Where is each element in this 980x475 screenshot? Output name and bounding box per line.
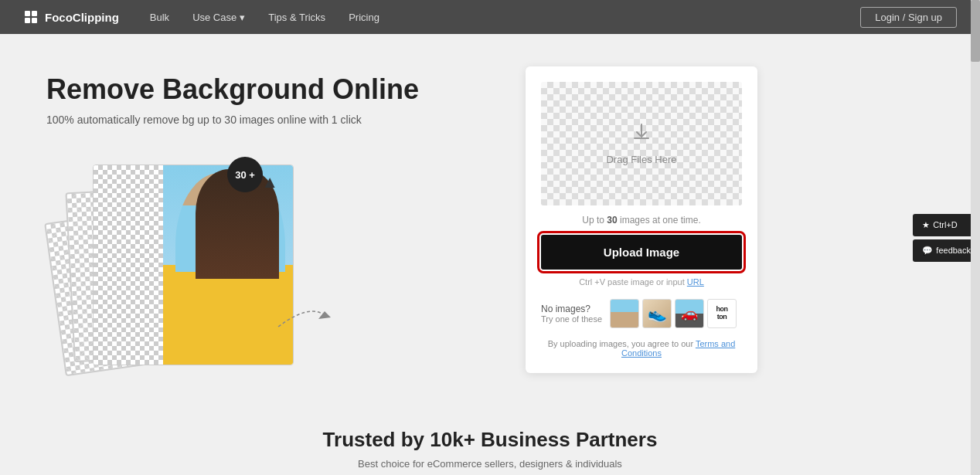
sample-thumbs: 👟 🚗 honton (610, 299, 737, 328)
sample-thumb-car[interactable]: 🚗 (675, 299, 704, 328)
nav-pricing[interactable]: Pricing (349, 12, 379, 23)
svg-rect-3 (32, 18, 37, 23)
upload-image-button[interactable]: Upload Image (541, 235, 742, 270)
nav-tips[interactable]: Tips & Tricks (268, 12, 325, 23)
right-panel: Drag Files Here Up to 30 images at one t… (526, 66, 757, 373)
brand-logo[interactable]: FocoClipping (23, 9, 119, 25)
sample-thumb-person[interactable] (610, 299, 639, 328)
scrollbar-thumb[interactable] (971, 0, 980, 62)
sample-thumb-shoe[interactable]: 👟 (642, 299, 672, 328)
drop-text: Drag Files Here (606, 154, 676, 165)
svg-rect-0 (25, 11, 30, 16)
shortcut-button[interactable]: ★ Ctrl+D (913, 214, 980, 236)
url-link[interactable]: URL (687, 277, 704, 287)
brand-icon (23, 9, 39, 25)
upload-box: Drag Files Here Up to 30 images at one t… (526, 66, 757, 373)
bottom-section: Trusted by 10k+ Business Partners Best c… (0, 405, 980, 475)
nav-use-case[interactable]: Use Case ▾ (192, 12, 245, 23)
trusted-subtitle: Best choice for eCommerce sellers, desig… (46, 458, 934, 470)
navbar: FocoClipping Bulk Use Case ▾ Tips & Tric… (0, 0, 980, 34)
login-button[interactable]: Login / Sign up (860, 7, 957, 28)
dotted-arrow (271, 296, 332, 334)
terms-text: By uploading images, you agree to our Te… (541, 339, 742, 358)
svg-rect-2 (25, 18, 30, 23)
download-icon (631, 121, 652, 148)
no-images-label: No images? Try one of these (541, 304, 602, 324)
upload-limit: Up to 30 images at one time. (541, 215, 742, 226)
floating-buttons: ★ Ctrl+D 💬 feedback (913, 214, 980, 262)
svg-rect-1 (32, 11, 37, 16)
stack-card-front (93, 165, 294, 365)
paste-hint: Ctrl +V paste image or input URL (541, 277, 742, 287)
star-icon: ★ (922, 220, 930, 230)
left-panel: Remove Background Online 100% automatica… (46, 73, 479, 365)
image-stack: 30 + ▲ (31, 149, 325, 365)
brand-name: FocoClipping (45, 11, 119, 24)
hero-subtitle: 100% automatically remove bg up to 30 im… (46, 114, 479, 126)
badge-30-plus: 30 + (227, 157, 263, 192)
nav-links: Bulk Use Case ▾ Tips & Tricks Pricing (150, 12, 860, 23)
feedback-button[interactable]: 💬 feedback (913, 239, 980, 262)
sample-row: No images? Try one of these 👟 🚗 honton (541, 299, 742, 328)
feedback-icon: 💬 (922, 246, 933, 256)
sample-thumb-text[interactable]: honton (707, 299, 737, 328)
chevron-down-icon: ▾ (240, 12, 245, 23)
trusted-title: Trusted by 10k+ Business Partners (46, 428, 934, 452)
scrollbar[interactable] (971, 0, 980, 475)
hero-title: Remove Background Online (46, 73, 479, 106)
main-content: Remove Background Online 100% automatica… (0, 34, 980, 405)
nav-bulk[interactable]: Bulk (150, 12, 169, 23)
cursor-icon: ▲ (261, 172, 278, 192)
drop-zone[interactable]: Drag Files Here (541, 82, 742, 205)
